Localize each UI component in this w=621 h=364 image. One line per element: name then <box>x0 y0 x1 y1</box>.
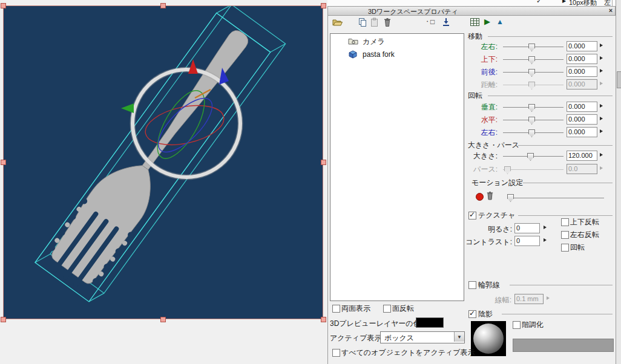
3d-canvas[interactable] <box>3 5 323 319</box>
shading-sphere-preview[interactable] <box>471 321 506 356</box>
move-fb-label: 前後: <box>458 67 498 77</box>
sphere-ball <box>473 323 504 354</box>
brightness-value[interactable]: 0 <box>514 223 540 233</box>
double-sided-checkbox[interactable] <box>332 305 340 313</box>
open-folder-icon[interactable] <box>332 18 343 27</box>
selection-handle-bottom-right[interactable] <box>321 317 326 322</box>
scrollbar-thumb[interactable] <box>617 71 621 88</box>
contrast-label: コントラスト: <box>465 237 512 247</box>
selection-handle-top-left[interactable] <box>1 3 6 8</box>
perspective-spinner <box>600 166 603 170</box>
size-label: 大きさ: <box>458 151 498 161</box>
outline-label: 輪郭線 <box>478 280 500 290</box>
application-window: ✓ ▶ 10px移動 左 3Dワークスペースプロパティ × ・ □ ▶ ▲ カメ… <box>0 0 621 364</box>
perspective-value: 0.0 <box>567 164 597 174</box>
contrast-spinner[interactable] <box>544 238 547 242</box>
check-icon: ✓ <box>469 309 475 317</box>
grid-icon[interactable] <box>470 18 479 26</box>
rotate-h-value[interactable]: 0.000 <box>567 114 597 125</box>
flip-horizontal-checkbox[interactable] <box>561 231 569 239</box>
line-width-spinner <box>547 296 550 300</box>
rotate-lr-spinner[interactable] <box>600 129 603 133</box>
square-icon[interactable]: □ <box>430 18 435 25</box>
move-section-header: 移動 <box>468 31 482 42</box>
all-objects-active-label: すべてのオブジェクトをアクティブ表示 <box>341 348 475 358</box>
move-ud-value[interactable]: 0.000 <box>567 54 597 64</box>
divider <box>518 215 613 216</box>
selection-handle-top-right[interactable] <box>321 3 326 8</box>
rotate-v-spinner[interactable] <box>600 104 603 108</box>
texture-rotate-checkbox[interactable] <box>561 244 569 252</box>
rotate-h-label: 水平: <box>458 115 498 125</box>
divider <box>488 96 613 96</box>
chevron-down-icon[interactable]: ▼ <box>454 332 464 342</box>
selection-handle-bottom-center[interactable] <box>160 317 166 322</box>
selection-handle-middle-left[interactable] <box>1 160 6 165</box>
rotate-section-header: 回転 <box>468 91 482 101</box>
preview-color-label: 3Dプレビューレイヤーの色: <box>330 319 422 329</box>
host-check-icon[interactable]: ✓ <box>536 0 542 4</box>
flip-horizontal-label: 左右反転 <box>570 230 599 240</box>
cube-icon <box>349 50 357 60</box>
fork-model[interactable] <box>38 14 268 297</box>
contrast-value[interactable]: 0 <box>514 236 540 246</box>
move-lr-label: 左右: <box>458 42 498 52</box>
panel-title-bar[interactable]: 3Dワークスペースプロパティ × <box>327 6 616 16</box>
texture-checkbox[interactable]: ✓ <box>468 212 476 219</box>
face-flip-checkbox[interactable] <box>383 305 391 313</box>
paste-icon[interactable] <box>369 18 379 27</box>
rotate-v-value[interactable]: 0.000 <box>567 102 597 112</box>
selection-handle-bottom-left[interactable] <box>1 317 6 322</box>
size-section-header: 大きさ・パース <box>468 140 519 151</box>
collapse-icon[interactable]: ▲ <box>496 18 504 25</box>
all-objects-active-checkbox[interactable] <box>332 349 340 357</box>
list-item-camera[interactable]: カメラ <box>363 37 385 47</box>
host-expand-icon[interactable]: ▶ <box>562 0 566 4</box>
selection-handle-middle-right[interactable] <box>321 160 326 165</box>
tone-label: 階調化 <box>522 320 544 330</box>
size-value[interactable]: 120.000 <box>567 151 597 161</box>
selection-handle-top-center[interactable] <box>160 3 166 8</box>
delete-icon[interactable] <box>383 18 392 27</box>
rotate-v-label: 垂直: <box>458 102 498 112</box>
tone-checkbox[interactable] <box>513 321 521 329</box>
import-icon[interactable] <box>442 18 450 27</box>
perspective-slider <box>503 169 564 170</box>
rotate-lr-label: 左右: <box>458 128 498 138</box>
move-distance-label: 距離: <box>458 80 498 90</box>
move-fb-value[interactable]: 0.000 <box>567 67 597 77</box>
3d-viewport[interactable] <box>4 6 323 319</box>
camera-folder-icon <box>348 37 358 47</box>
preview-color-swatch[interactable] <box>416 317 444 328</box>
list-item-pasta-fork[interactable]: pasta fork <box>363 50 395 59</box>
flip-vertical-checkbox[interactable] <box>561 218 569 226</box>
motion-delete-icon[interactable] <box>486 191 494 200</box>
divider <box>510 285 613 285</box>
rotate-lr-value[interactable]: 0.000 <box>567 127 597 137</box>
move-distance-value: 0.000 <box>567 79 597 89</box>
outline-checkbox[interactable] <box>468 281 476 289</box>
divider <box>523 183 613 183</box>
axis-arrow-green <box>121 103 134 113</box>
active-display-dropdown[interactable]: ボックス ▼ <box>380 331 465 343</box>
motion-timeline-slider[interactable] <box>507 198 604 198</box>
move-lr-spinner[interactable] <box>600 44 603 47</box>
window-scrollbar[interactable] <box>616 0 621 364</box>
rotate-h-spinner[interactable] <box>600 117 603 120</box>
move-fb-spinner[interactable] <box>600 69 603 73</box>
close-icon[interactable]: × <box>606 7 615 15</box>
move-lr-value[interactable]: 0.000 <box>567 41 597 51</box>
object-list[interactable]: カメラ pasta fork <box>330 33 464 301</box>
texture-rotate-label: 回転 <box>570 242 585 253</box>
move-ud-spinner[interactable] <box>600 56 603 60</box>
copy-icon[interactable] <box>358 18 367 27</box>
brightness-spinner[interactable] <box>544 226 547 229</box>
divider <box>518 145 613 146</box>
record-button[interactable] <box>476 193 484 201</box>
play-icon[interactable]: ▶ <box>484 18 490 25</box>
shading-checkbox[interactable]: ✓ <box>468 310 476 318</box>
brightness-label: 明るさ: <box>471 224 512 235</box>
check-icon: ✓ <box>469 210 475 219</box>
dot-icon[interactable]: ・ <box>424 19 430 25</box>
size-spinner[interactable] <box>600 153 603 157</box>
